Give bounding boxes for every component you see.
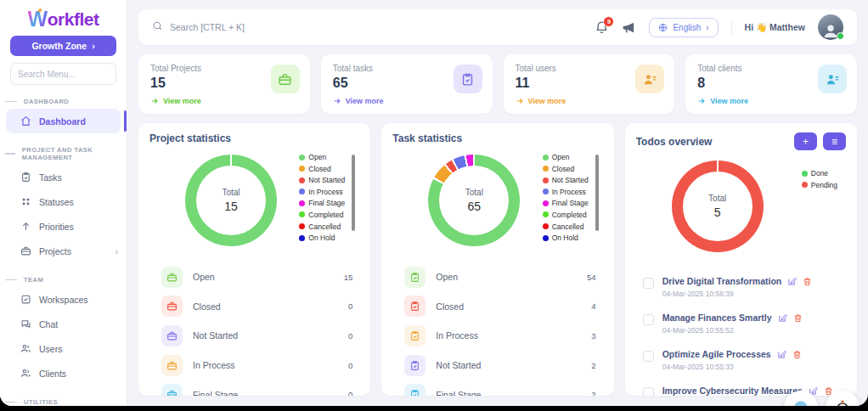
legend-item: Cancelled xyxy=(299,222,345,231)
global-search-input[interactable] xyxy=(170,22,357,32)
briefcase-icon xyxy=(161,325,183,346)
sidebar-item-users[interactable]: Users xyxy=(0,336,127,361)
growth-zone-button[interactable]: Growth Zone › xyxy=(10,36,116,56)
todo-list: Drive Digital Transformation 04-Mar-2025… xyxy=(636,271,846,396)
chart-legend: Open Closed Not Started In Process Final… xyxy=(543,153,589,242)
legend-dot-icon xyxy=(299,166,305,172)
legend-item: Final Stage xyxy=(299,199,345,207)
search-icon xyxy=(152,20,163,35)
announcements-button[interactable] xyxy=(622,20,636,35)
legend-scrollbar[interactable] xyxy=(595,155,599,231)
edit-todo-icon[interactable] xyxy=(787,277,797,286)
sidebar-item-priorities[interactable]: Priorities xyxy=(0,214,127,239)
delete-todo-icon[interactable] xyxy=(793,313,803,323)
sidebar-item-workspaces[interactable]: Workspaces xyxy=(0,287,127,312)
status-row-final-stage: Final Stage 2 xyxy=(392,380,602,396)
clipboard-check-icon xyxy=(404,296,426,317)
briefcase-icon xyxy=(161,355,183,376)
todo-checkbox[interactable] xyxy=(643,387,654,396)
legend-scrollbar[interactable] xyxy=(352,155,355,231)
chat-fab-button[interactable] xyxy=(784,391,818,406)
legend-dot-icon xyxy=(299,189,305,194)
logo-spark-icon: ✦ xyxy=(37,7,42,14)
task-statistics-panel: Task statistics Total 65 Open Closed Not… xyxy=(381,123,613,396)
timer-fab-button[interactable] xyxy=(826,391,860,406)
sidebar-search-input[interactable] xyxy=(10,63,116,85)
arrow-right-icon xyxy=(333,97,341,105)
user-greeting: Hi 👋 Matthew xyxy=(745,22,805,33)
user-avatar[interactable] xyxy=(818,14,843,40)
todo-checkbox[interactable] xyxy=(643,278,654,289)
view-more-link[interactable]: View more xyxy=(150,97,298,105)
legend-item: In Process xyxy=(299,188,345,196)
status-row-final-stage: Final Stage 0 xyxy=(149,380,359,396)
arrow-up-icon xyxy=(20,221,31,232)
users-icon xyxy=(20,368,31,379)
status-row-open: Open 15 xyxy=(149,262,359,292)
notifications-button[interactable]: 9 xyxy=(595,20,609,35)
stat-card-total-clients: Total clients 8 View more xyxy=(685,54,857,114)
legend-item: Not Started xyxy=(299,176,345,184)
stat-card-total-tasks: Total tasks 65 View more xyxy=(321,54,493,114)
task-chart-area: Total 65 Open Closed Not Started In Proc… xyxy=(392,149,602,260)
notification-badge: 9 xyxy=(603,16,614,27)
legend-dot-icon xyxy=(299,200,305,206)
topbar-divider xyxy=(731,20,732,35)
sidebar-section-label: DASHBOARD xyxy=(0,98,127,105)
delete-todo-icon[interactable] xyxy=(792,350,802,359)
add-todo-button[interactable]: + xyxy=(794,132,817,150)
arrow-right-icon xyxy=(516,97,524,105)
legend-item: Completed xyxy=(299,211,345,219)
chat-bubble-icon xyxy=(792,399,809,406)
section-dash-icon xyxy=(5,279,17,281)
stat-card-total-projects: Total Projects 15 View more xyxy=(138,54,310,114)
growth-zone-label: Growth Zone xyxy=(31,41,87,51)
todo-checkbox[interactable] xyxy=(643,351,654,362)
sidebar-item-statuses[interactable]: Statuses xyxy=(0,189,127,214)
legend-dot-icon xyxy=(543,211,549,217)
view-more-link[interactable]: View more xyxy=(333,97,481,105)
todo-datetime: 04-Mar-2025 10:56:39 xyxy=(662,290,844,298)
sidebar-item-chat[interactable]: Chat xyxy=(0,312,127,336)
briefcase-icon xyxy=(161,384,183,396)
edit-todo-icon[interactable] xyxy=(777,350,786,359)
sidebar-item-dashboard[interactable]: Dashboard xyxy=(6,109,121,133)
language-selector[interactable]: English › xyxy=(649,18,718,37)
arrow-right-icon xyxy=(150,97,159,105)
legend-item: In Process xyxy=(543,188,589,196)
legend-item: Done xyxy=(802,169,837,177)
status-row-not-started: Not Started 0 xyxy=(149,321,359,351)
legend-item: Open xyxy=(543,153,589,161)
briefcase-icon xyxy=(20,245,31,256)
legend-item: On Hold xyxy=(543,234,589,242)
delete-todo-icon[interactable] xyxy=(803,277,812,286)
todo-datetime: 04-Mar-2025 10:55:33 xyxy=(662,363,844,371)
sidebar-section-label: PROJECT AND TASK MANAGEMENT xyxy=(0,146,127,161)
sidebar: ✦ W orkflet Growth Zone › DASHBOARD Dash… xyxy=(0,0,127,406)
view-more-link[interactable]: View more xyxy=(697,97,845,105)
sidebar-item-tasks[interactable]: Tasks xyxy=(0,165,127,189)
todo-checkbox[interactable] xyxy=(643,314,654,325)
todos-overview-panel: Todos overview + ≡ Total 5 Done xyxy=(625,123,857,396)
legend-item: Open xyxy=(299,153,345,161)
stat-card-total-users: Total users 11 View more xyxy=(504,54,675,114)
legend-dot-icon xyxy=(299,235,305,241)
chevron-right-icon: › xyxy=(706,23,708,32)
view-more-link[interactable]: View more xyxy=(516,97,663,105)
legend-dot-icon xyxy=(543,166,549,172)
chevron-right-icon: › xyxy=(92,41,95,51)
legend-item: Cancelled xyxy=(543,222,589,231)
panel-title: Todos overview xyxy=(636,136,713,148)
globe-icon xyxy=(658,23,668,32)
clipboard-check-icon xyxy=(404,325,426,346)
task-status-list: Open 54 Closed 4 In Process 3 Not Starte… xyxy=(392,262,602,396)
sidebar-item-clients[interactable]: Clients xyxy=(0,361,127,386)
donut-center-label: Total xyxy=(222,188,240,197)
todos-donut-chart: Total 5 xyxy=(672,160,764,252)
clipboard-check-icon xyxy=(454,65,482,93)
todo-list-view-button[interactable]: ≡ xyxy=(823,132,846,150)
clipboard-check-icon xyxy=(404,384,426,396)
logo-text: orkflet xyxy=(48,10,99,29)
edit-todo-icon[interactable] xyxy=(778,313,787,323)
sidebar-item-projects[interactable]: Projects › xyxy=(0,239,127,263)
